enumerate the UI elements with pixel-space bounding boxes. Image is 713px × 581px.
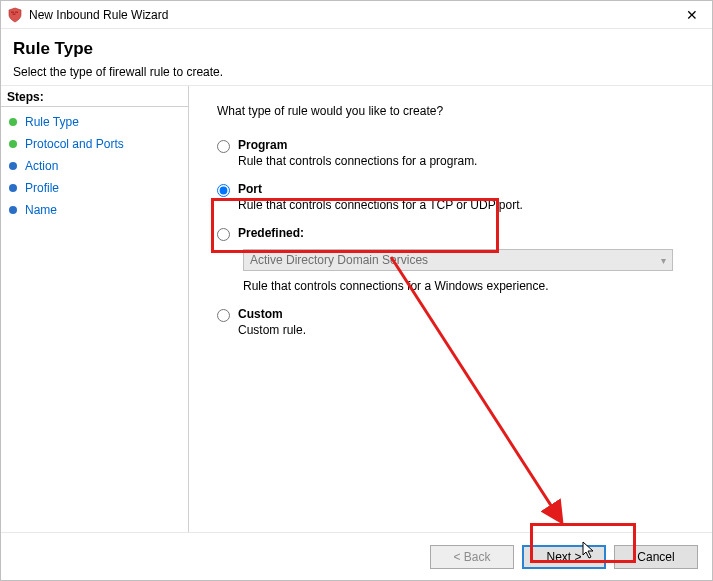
wizard-body: Steps: Rule Type Protocol and Ports Acti… <box>1 86 712 532</box>
option-desc: Rule that controls connections for a pro… <box>238 154 477 168</box>
option-label: Port <box>238 182 523 196</box>
window-title: New Inbound Rule Wizard <box>29 8 678 22</box>
predefined-value: Active Directory Domain Services <box>250 253 428 267</box>
next-button[interactable]: Next > <box>522 545 606 569</box>
bullet-icon <box>9 206 17 214</box>
wizard-window: New Inbound Rule Wizard ✕ Rule Type Sele… <box>0 0 713 581</box>
title-bar: New Inbound Rule Wizard ✕ <box>1 1 712 29</box>
bullet-icon <box>9 184 17 192</box>
chevron-down-icon: ▾ <box>661 255 666 266</box>
page-title: Rule Type <box>13 39 700 59</box>
predefined-select[interactable]: Active Directory Domain Services ▾ <box>243 249 673 271</box>
radio-predefined[interactable] <box>217 228 230 241</box>
option-port[interactable]: Port Rule that controls connections for … <box>217 180 694 218</box>
option-desc: Rule that controls connections for a Win… <box>243 279 549 293</box>
step-label: Profile <box>25 181 59 195</box>
option-desc: Custom rule. <box>238 323 306 337</box>
option-program[interactable]: Program Rule that controls connections f… <box>217 136 694 174</box>
radio-custom[interactable] <box>217 309 230 322</box>
step-label: Name <box>25 203 57 217</box>
page-subtitle: Select the type of firewall rule to crea… <box>13 65 700 79</box>
bullet-icon <box>9 162 17 170</box>
steps-list: Rule Type Protocol and Ports Action Prof… <box>1 111 188 221</box>
wizard-footer: < Back Next > Cancel <box>1 532 712 580</box>
option-label: Predefined: <box>238 226 304 240</box>
content-pane: What type of rule would you like to crea… <box>189 86 712 532</box>
option-label: Program <box>238 138 477 152</box>
steps-pane: Steps: Rule Type Protocol and Ports Acti… <box>1 86 189 532</box>
cancel-button[interactable]: Cancel <box>614 545 698 569</box>
rule-type-question: What type of rule would you like to crea… <box>217 104 694 118</box>
step-action[interactable]: Action <box>1 155 188 177</box>
step-label: Action <box>25 159 58 173</box>
step-protocol-ports[interactable]: Protocol and Ports <box>1 133 188 155</box>
bullet-icon <box>9 118 17 126</box>
step-label: Protocol and Ports <box>25 137 124 151</box>
option-custom[interactable]: Custom Custom rule. <box>217 305 694 343</box>
option-label: Custom <box>238 307 306 321</box>
step-label: Rule Type <box>25 115 79 129</box>
firewall-icon <box>7 7 23 23</box>
step-profile[interactable]: Profile <box>1 177 188 199</box>
step-rule-type[interactable]: Rule Type <box>1 111 188 133</box>
option-desc: Rule that controls connections for a TCP… <box>238 198 523 212</box>
radio-program[interactable] <box>217 140 230 153</box>
radio-port[interactable] <box>217 184 230 197</box>
steps-label: Steps: <box>1 86 188 107</box>
close-icon[interactable]: ✕ <box>678 7 706 23</box>
rule-type-options: Program Rule that controls connections f… <box>217 136 694 343</box>
bullet-icon <box>9 140 17 148</box>
option-predefined[interactable]: Predefined: <box>217 224 694 241</box>
svg-rect-1 <box>15 11 18 12</box>
svg-rect-2 <box>13 13 16 14</box>
back-button: < Back <box>430 545 514 569</box>
svg-rect-0 <box>11 11 14 12</box>
step-name[interactable]: Name <box>1 199 188 221</box>
page-header: Rule Type Select the type of firewall ru… <box>1 29 712 86</box>
